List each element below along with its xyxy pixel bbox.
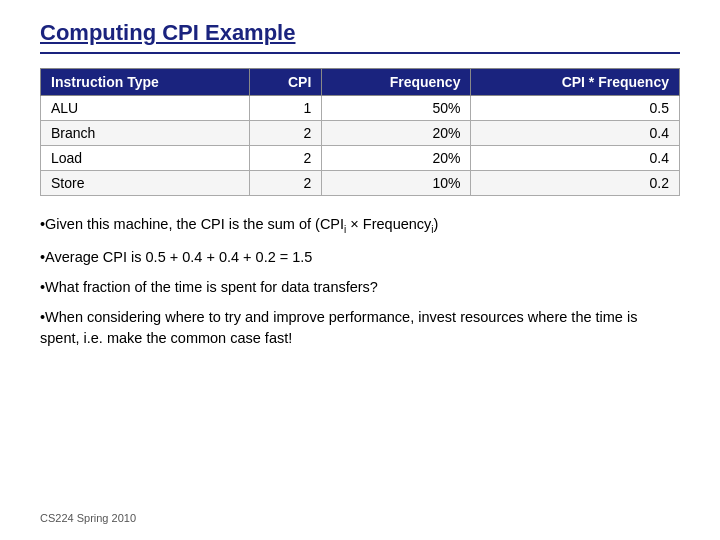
bullet-item-1: •Given this machine, the CPI is the sum … <box>40 214 680 237</box>
cell-1-3: 0.4 <box>471 121 680 146</box>
page: Computing CPI Example Instruction Type C… <box>0 0 720 540</box>
bullet4-text: When considering where to try and improv… <box>40 309 637 345</box>
cell-3-1: 2 <box>250 171 322 196</box>
cell-2-2: 20% <box>322 146 471 171</box>
cell-2-3: 0.4 <box>471 146 680 171</box>
cell-2-1: 2 <box>250 146 322 171</box>
col-header-frequency: Frequency <box>322 69 471 96</box>
page-title: Computing CPI Example <box>40 20 680 46</box>
col-header-cpi: CPI <box>250 69 322 96</box>
table-header-row: Instruction Type CPI Frequency CPI * Fre… <box>41 69 680 96</box>
cpi-table: Instruction Type CPI Frequency CPI * Fre… <box>40 68 680 196</box>
bullet3-text: What fraction of the time is spent for d… <box>45 279 378 295</box>
cell-2-0: Load <box>41 146 250 171</box>
cell-1-2: 20% <box>322 121 471 146</box>
col-header-instruction: Instruction Type <box>41 69 250 96</box>
col-header-cpi-freq: CPI * Frequency <box>471 69 680 96</box>
cell-3-0: Store <box>41 171 250 196</box>
title-divider <box>40 52 680 54</box>
bullet-item-2: •Average CPI is 0.5 + 0.4 + 0.4 + 0.2 = … <box>40 247 680 267</box>
table-row: ALU150%0.5 <box>41 96 680 121</box>
footer-text: CS224 Spring 2010 <box>40 512 136 524</box>
bullet2-text: Average CPI is 0.5 + 0.4 + 0.4 + 0.2 = 1… <box>45 249 312 265</box>
bullet-item-3: •What fraction of the time is spent for … <box>40 277 680 297</box>
bullet-list: •Given this machine, the CPI is the sum … <box>40 214 680 348</box>
cell-0-1: 1 <box>250 96 322 121</box>
bullet1-text: Given this machine, the CPI is the sum o… <box>45 216 438 232</box>
table-row: Branch220%0.4 <box>41 121 680 146</box>
cell-1-1: 2 <box>250 121 322 146</box>
cell-3-3: 0.2 <box>471 171 680 196</box>
bullet-item-4: •When considering where to try and impro… <box>40 307 680 348</box>
table-row: Store210%0.2 <box>41 171 680 196</box>
cell-1-0: Branch <box>41 121 250 146</box>
cell-0-0: ALU <box>41 96 250 121</box>
cell-0-2: 50% <box>322 96 471 121</box>
table-row: Load220%0.4 <box>41 146 680 171</box>
cell-3-2: 10% <box>322 171 471 196</box>
cell-0-3: 0.5 <box>471 96 680 121</box>
